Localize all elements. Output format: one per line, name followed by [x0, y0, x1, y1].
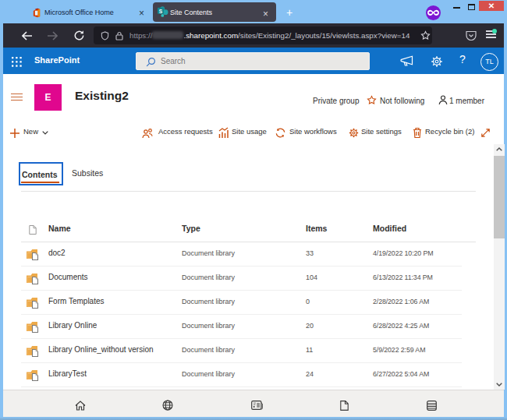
svg-text:S: S	[159, 9, 163, 14]
